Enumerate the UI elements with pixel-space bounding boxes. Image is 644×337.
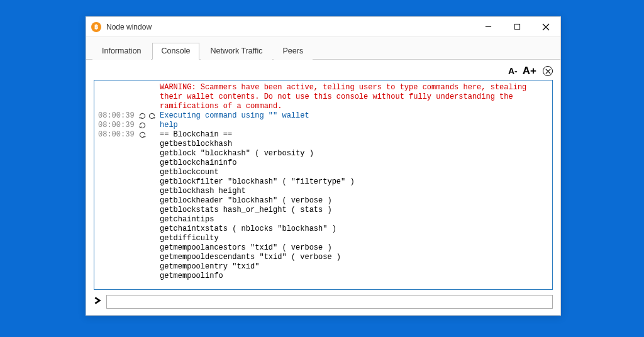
console-row: 08:00:39 Executing command using "" wall… [98,111,548,121]
clear-console-button[interactable] [543,66,553,76]
tab-bar: Information Console Network Traffic Peer… [86,37,560,60]
console-panel: A- A+ WARNING: Scammers have been active… [86,60,560,315]
node-window: ฿ Node window Information Console Networ… [86,16,561,316]
timestamp [98,83,138,111]
command-input[interactable] [106,295,553,309]
prompt-icon [94,296,103,307]
console-text: Executing command using "" wallet [160,111,548,121]
tab-console[interactable]: Console [152,43,200,60]
minimize-button[interactable] [474,17,502,36]
row-icon [138,121,160,130]
console-output[interactable]: WARNING: Scammers have been active, tell… [94,80,553,290]
maximize-button[interactable] [502,17,531,36]
row-icon [138,83,160,111]
reload-icon [138,121,147,130]
reload-icon [138,131,147,139]
tab-peers[interactable]: Peers [274,43,313,60]
console-toolbar: A- A+ [94,65,553,80]
window-title: Node window [106,23,474,31]
warning-text: WARNING: Scammers have been active, tell… [160,83,548,111]
font-increase-button[interactable]: A+ [521,65,538,77]
command-input-row [94,295,553,309]
console-text: == Blockchain == getbestblockhash getblo… [160,130,548,281]
timestamp: 08:00:39 [98,111,138,121]
warning-row: WARNING: Scammers have been active, tell… [98,83,548,111]
tab-network-traffic[interactable]: Network Traffic [201,43,272,60]
console-row: 08:00:39 == Blockchain == getbestblockha… [98,130,548,281]
tab-information[interactable]: Information [92,43,151,60]
bitcoin-icon: ฿ [91,22,101,32]
font-decrease-button[interactable]: A- [507,66,519,76]
close-button[interactable] [531,17,560,36]
window-controls [474,17,560,36]
console-text: help [160,121,548,130]
svg-rect-1 [514,24,519,29]
row-icon [138,130,160,281]
reload-icon [138,112,147,120]
timestamp: 08:00:39 [98,130,138,281]
console-row: 08:00:39 help [98,121,548,130]
row-icon [138,111,160,121]
titlebar: ฿ Node window [86,17,560,37]
timestamp: 08:00:39 [98,121,138,130]
reload-icon [148,112,156,120]
